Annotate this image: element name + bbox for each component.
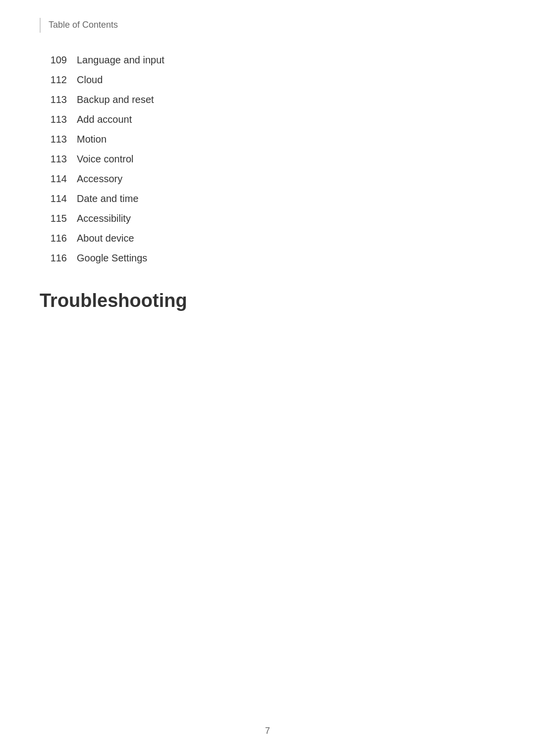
toc-border-line xyxy=(40,18,41,33)
toc-title: Table of Contents xyxy=(49,18,118,33)
toc-page-number: 112 xyxy=(40,72,67,87)
toc-item-label: Cloud xyxy=(77,72,103,87)
toc-page-number: 116 xyxy=(40,231,67,246)
toc-item-label: Google Settings xyxy=(77,251,147,265)
toc-page-number: 109 xyxy=(40,52,67,67)
toc-item-label: About device xyxy=(77,231,134,246)
toc-page-number: 114 xyxy=(40,191,67,206)
toc-entry: 113Motion xyxy=(40,132,495,147)
toc-entry: 112Cloud xyxy=(40,72,495,87)
toc-item-label: Accessory xyxy=(77,171,122,186)
toc-item-label: Voice control xyxy=(77,151,134,166)
toc-page-number: 115 xyxy=(40,211,67,226)
page-number-footer: 7 xyxy=(265,726,270,736)
toc-entry: 114Accessory xyxy=(40,171,495,186)
toc-page-number: 113 xyxy=(40,92,67,107)
toc-entries: 109Language and input112Cloud113Backup a… xyxy=(40,52,495,265)
toc-page-number: 113 xyxy=(40,132,67,147)
toc-item-label: Language and input xyxy=(77,52,164,67)
section-heading: Troubleshooting xyxy=(40,290,495,311)
toc-page-number: 113 xyxy=(40,112,67,127)
page-container: Table of Contents 109Language and input1… xyxy=(0,0,535,756)
toc-entry: 109Language and input xyxy=(40,52,495,67)
toc-entry: 113Backup and reset xyxy=(40,92,495,107)
toc-item-label: Add account xyxy=(77,112,132,127)
toc-entry: 113Add account xyxy=(40,112,495,127)
toc-header: Table of Contents xyxy=(40,18,495,33)
toc-entry: 116About device xyxy=(40,231,495,246)
toc-entry: 113Voice control xyxy=(40,151,495,166)
toc-page-number: 113 xyxy=(40,151,67,166)
toc-entry: 115Accessibility xyxy=(40,211,495,226)
toc-item-label: Date and time xyxy=(77,191,139,206)
toc-page-number: 114 xyxy=(40,171,67,186)
toc-item-label: Backup and reset xyxy=(77,92,154,107)
toc-entry: 116Google Settings xyxy=(40,251,495,265)
toc-entry: 114Date and time xyxy=(40,191,495,206)
toc-page-number: 116 xyxy=(40,251,67,265)
toc-item-label: Motion xyxy=(77,132,107,147)
toc-item-label: Accessibility xyxy=(77,211,131,226)
